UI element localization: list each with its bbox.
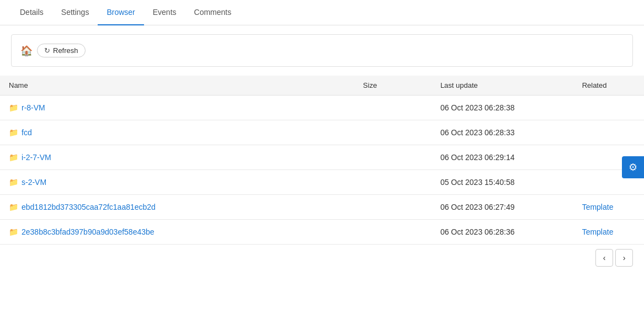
table-row: 📁r-8-VM06 Oct 2023 06:28:38 (0, 96, 644, 120)
tab-comments[interactable]: Comments (185, 0, 241, 25)
file-table: Name Size Last update Related 📁r-8-VM06 … (0, 76, 644, 245)
file-related-cell: Template (573, 195, 644, 220)
page-wrapper: Details Settings Browser Events Comments… (0, 0, 644, 334)
file-name-text: ebd1812bd373305caa72fc1aa81ecb2d (22, 203, 156, 211)
col-header-last-update: Last update (432, 76, 573, 96)
file-link[interactable]: 📁2e38b8c3bfad397b90a9d03ef58e43be (9, 227, 345, 236)
file-link[interactable]: 📁s-2-VM (9, 178, 345, 187)
gear-icon: ⚙ (629, 161, 637, 173)
file-link[interactable]: 📁i-2-7-VM (9, 153, 345, 162)
pagination: ‹ › (0, 245, 644, 271)
file-size-cell (354, 170, 432, 195)
file-last-update-cell: 05 Oct 2023 15:40:58 (432, 170, 573, 195)
tab-details[interactable]: Details (11, 0, 52, 25)
tab-settings[interactable]: Settings (52, 0, 98, 25)
col-header-size: Size (354, 76, 432, 96)
file-last-update-cell: 06 Oct 2023 06:28:33 (432, 120, 573, 145)
file-size-cell (354, 220, 432, 245)
prev-page-button[interactable]: ‹ (595, 249, 613, 267)
home-icon[interactable]: 🏠 (20, 45, 33, 57)
table-row: 📁ebd1812bd373305caa72fc1aa81ecb2d06 Oct … (0, 195, 644, 220)
folder-icon: 📁 (9, 153, 18, 162)
file-name-text: 2e38b8c3bfad397b90a9d03ef58e43be (22, 227, 155, 236)
file-link[interactable]: 📁r-8-VM (9, 103, 345, 112)
file-related-cell: Template (573, 220, 644, 245)
file-last-update-cell: 06 Oct 2023 06:28:36 (432, 220, 573, 245)
file-related-cell (573, 96, 644, 120)
file-size-cell (354, 120, 432, 145)
file-last-update-cell: 06 Oct 2023 06:29:14 (432, 145, 573, 170)
file-link[interactable]: 📁ebd1812bd373305caa72fc1aa81ecb2d (9, 203, 345, 211)
related-link[interactable]: Template (582, 203, 614, 211)
col-header-name: Name (0, 76, 354, 96)
folder-icon: 📁 (9, 203, 18, 211)
folder-icon: 📁 (9, 128, 18, 137)
folder-icon: 📁 (9, 178, 18, 187)
file-name-text: fcd (22, 128, 32, 137)
col-header-related: Related (573, 76, 644, 96)
table-row: 📁2e38b8c3bfad397b90a9d03ef58e43be06 Oct … (0, 220, 644, 245)
related-link[interactable]: Template (582, 227, 614, 236)
folder-icon: 📁 (9, 103, 18, 112)
file-link[interactable]: 📁fcd (9, 128, 345, 137)
tab-browser[interactable]: Browser (98, 0, 143, 25)
table-row: 📁s-2-VM05 Oct 2023 15:40:58 (0, 170, 644, 195)
folder-icon: 📁 (9, 227, 18, 236)
file-name-text: i-2-7-VM (22, 153, 51, 162)
refresh-button[interactable]: ↻ Refresh (37, 44, 86, 57)
refresh-label: Refresh (53, 46, 78, 55)
browser-panel: 🏠 ↻ Refresh (11, 34, 633, 67)
file-name-cell: 📁r-8-VM (0, 96, 354, 120)
settings-fab-button[interactable]: ⚙ (622, 156, 644, 178)
table-row: 📁fcd06 Oct 2023 06:28:33 (0, 120, 644, 145)
file-size-cell (354, 195, 432, 220)
file-size-cell (354, 145, 432, 170)
toolbar: 🏠 ↻ Refresh (20, 44, 624, 57)
tab-bar: Details Settings Browser Events Comments (0, 0, 644, 25)
file-name-cell: 📁ebd1812bd373305caa72fc1aa81ecb2d (0, 195, 354, 220)
file-name-text: r-8-VM (22, 103, 45, 112)
file-related-cell (573, 120, 644, 145)
file-last-update-cell: 06 Oct 2023 06:28:38 (432, 96, 573, 120)
file-name-cell: 📁i-2-7-VM (0, 145, 354, 170)
file-name-text: s-2-VM (22, 178, 46, 187)
file-name-cell: 📁s-2-VM (0, 170, 354, 195)
table-header-row: Name Size Last update Related (0, 76, 644, 96)
file-name-cell: 📁fcd (0, 120, 354, 145)
file-last-update-cell: 06 Oct 2023 06:27:49 (432, 195, 573, 220)
table-row: 📁i-2-7-VM06 Oct 2023 06:29:14 (0, 145, 644, 170)
file-name-cell: 📁2e38b8c3bfad397b90a9d03ef58e43be (0, 220, 354, 245)
file-size-cell (354, 96, 432, 120)
refresh-icon: ↻ (44, 46, 50, 55)
next-page-button[interactable]: › (615, 249, 633, 267)
tab-events[interactable]: Events (144, 0, 185, 25)
